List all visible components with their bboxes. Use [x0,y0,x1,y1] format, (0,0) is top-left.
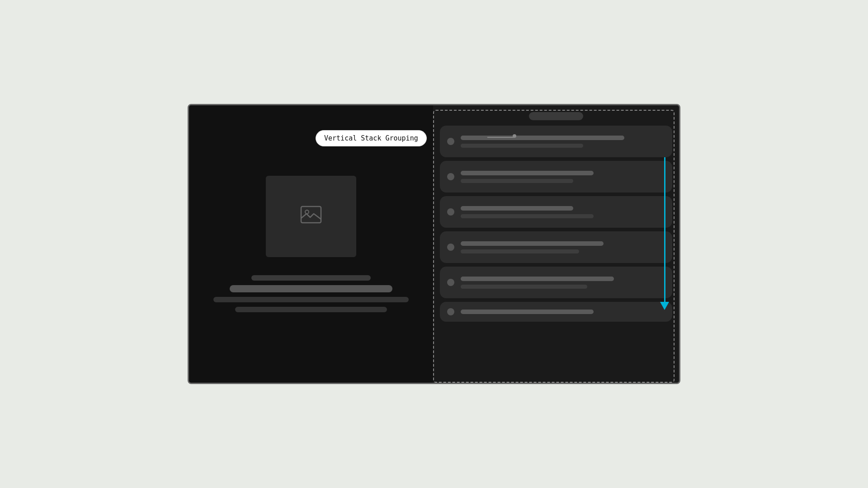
list-text [461,310,665,314]
list-item-partial [440,302,672,322]
tooltip-label: Vertical Stack Grouping [324,134,418,142]
list-bar-bottom [461,214,594,218]
list-bar-top [461,241,604,246]
list-dot [447,138,454,145]
list-bar-top [461,310,594,314]
list-bar-bottom [461,285,587,289]
tooltip: Vertical Stack Grouping [316,130,427,146]
connector-line [487,137,514,138]
list-text [461,277,665,289]
list-bar-top [461,136,624,140]
connector-dot [513,134,516,138]
list-dot [447,279,454,286]
list-bar-bottom [461,179,573,183]
arrow-line [664,157,665,302]
image-icon [300,206,322,228]
left-bar-2 [230,285,392,292]
left-bar-4 [235,307,387,312]
list-dot [447,173,454,180]
arrow-head [660,302,669,310]
list-bar-top [461,277,614,281]
list-item [440,267,672,298]
list-dot [447,308,454,315]
svg-rect-0 [301,206,321,223]
list-bar-bottom [461,144,583,148]
left-panel [189,105,433,383]
list-item [440,196,672,228]
right-panel [433,105,679,383]
list-dot [447,208,454,216]
list-bar-top [461,171,594,175]
down-arrow [660,157,669,310]
top-pill [529,112,583,120]
list-text [461,171,665,183]
list-item [440,126,672,157]
image-placeholder [266,176,356,257]
left-bars [203,275,420,312]
list-item [440,231,672,263]
list-bar-top [461,206,573,211]
main-frame: Vertical Stack Grouping [188,104,680,384]
left-bar-3 [213,297,409,302]
svg-point-1 [305,210,309,214]
list-bar-bottom [461,249,579,253]
left-bar-1 [251,275,371,281]
list-item [440,161,672,192]
list-text [461,241,665,253]
list-text [461,206,665,218]
list-items [440,126,672,322]
list-dot [447,244,454,251]
